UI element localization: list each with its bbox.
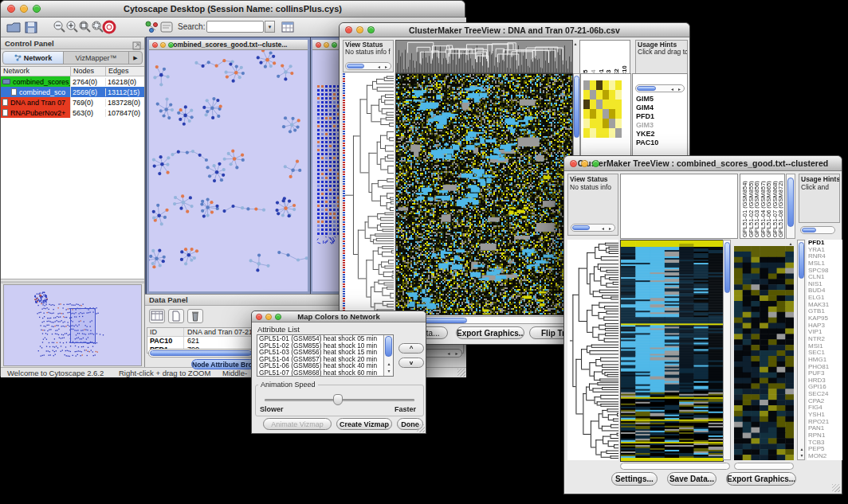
vizmap-shortcut-icon[interactable]: [144, 19, 160, 35]
tv2-column-label[interactable]: GPL51-08 (GSM872): [777, 175, 783, 237]
tv1-column-dendrogram[interactable]: [395, 40, 573, 73]
tv2-gene-scrollbar[interactable]: ▴ ▾: [797, 240, 805, 460]
resize-grip[interactable]: [417, 424, 425, 432]
tv2-heatmap-hscrollbar[interactable]: [620, 463, 730, 470]
select-attributes-icon[interactable]: [149, 309, 165, 323]
network-tree-row[interactable]: RNAPuberNov2+ 563(0) 107847(0): [1, 107, 144, 118]
tv2-column-tree-area[interactable]: [620, 174, 738, 239]
tv2-gene-item[interactable]: RPN1: [807, 432, 842, 440]
tv1-heatmap[interactable]: [395, 73, 573, 315]
tv2-gene-item[interactable]: PHO81: [807, 364, 842, 371]
zoom-window-button[interactable]: [168, 42, 174, 48]
tv2-gene-item[interactable]: SEC1: [807, 350, 842, 357]
col-header-nodes[interactable]: Nodes: [71, 67, 106, 76]
close-button[interactable]: [256, 314, 262, 320]
tv1-gene-scrollbar[interactable]: ◂ ▸: [635, 84, 685, 92]
resize-grip[interactable]: [457, 369, 465, 377]
scrollbar-thumb[interactable]: [150, 350, 252, 356]
tv2-column-label[interactable]: GPL51-03 (GSM856): [753, 175, 760, 237]
tv2-gene-item[interactable]: GTB1: [807, 308, 842, 315]
open-session-button[interactable]: [6, 19, 22, 35]
attribute-item[interactable]: GPL51-06 (GSM865) heat shock 40 min: [257, 362, 383, 369]
close-button[interactable]: [152, 42, 158, 48]
animate-vizmap-button[interactable]: Animate Vizmap: [263, 418, 332, 430]
tv2-gene-item[interactable]: PFD1: [807, 240, 842, 247]
tv1-export-graphics-button[interactable]: Export Graphics...: [456, 326, 524, 339]
tv2-gene-item[interactable]: RNR4: [807, 253, 842, 260]
minimize-button[interactable]: [324, 42, 329, 48]
attribute-item[interactable]: GPL51-04 (GSM857) heat shock 20 min: [257, 356, 383, 363]
tv2-gene-item[interactable]: MON2: [807, 453, 842, 460]
network1-canvas-graph-view[interactable]: [149, 50, 308, 291]
close-button[interactable]: [570, 160, 577, 167]
tv2-gene-item[interactable]: NIS1: [807, 281, 842, 288]
tv2-gene-item[interactable]: VIP1: [807, 329, 842, 336]
attribute-list-scrollbar[interactable]: ▴ ▾: [383, 335, 393, 376]
tv2-gene-item[interactable]: HMG1: [807, 357, 842, 364]
treeview1-titlebar[interactable]: ClusterMaker TreeView : DNA and Tran 07-…: [340, 23, 689, 37]
attribute-browser-icon[interactable]: [280, 19, 296, 35]
tv2-settings-button[interactable]: Settings...: [611, 472, 658, 486]
zoom-window-button[interactable]: [367, 26, 375, 33]
minimize-button[interactable]: [160, 42, 166, 48]
network-tree-row[interactable]: combined_sco 2569(6) 13112(15): [1, 87, 144, 97]
tv2-gene-item[interactable]: PEP5: [807, 446, 842, 453]
tv2-gene-item[interactable]: ELG1: [807, 295, 842, 302]
tv2-gene-item[interactable]: BUD4: [807, 287, 842, 295]
speed-slider-thumb[interactable]: [333, 394, 343, 405]
tab-vizmapper[interactable]: VizMapper™: [64, 52, 129, 64]
tv2-gene-item[interactable]: YSH1: [807, 412, 842, 419]
main-titlebar[interactable]: Cytoscape Desktop (Session Name: collins…: [1, 1, 465, 18]
col-header-network[interactable]: Network: [1, 67, 71, 76]
tv2-gene-item[interactable]: GPI16: [807, 384, 842, 391]
tv2-gene-item[interactable]: PAN1: [807, 425, 842, 432]
tv2-gene-item[interactable]: YRA1: [807, 247, 842, 254]
col-header-edges[interactable]: Edges: [106, 67, 144, 76]
tv1-gene-item[interactable]: PFD1: [634, 112, 685, 121]
network-tree-row[interactable]: combined_scores_ 2764(0) 16218(0): [1, 76, 144, 87]
treeview2-titlebar[interactable]: ClusterMaker TreeView : combined_scores_…: [564, 156, 842, 171]
tv1-gene-item[interactable]: PAC10: [634, 139, 685, 147]
attribute-item[interactable]: GPL51-03 (GSM856) heat shock 15 min: [257, 349, 383, 356]
close-button[interactable]: [345, 26, 352, 33]
search-dropdown-arrow[interactable]: ▾: [265, 21, 275, 33]
tv1-gene-item[interactable]: GIM4: [634, 104, 685, 112]
birdseye-view[interactable]: [3, 284, 142, 366]
save-session-button[interactable]: [23, 19, 39, 35]
zoom-window-button[interactable]: [592, 160, 599, 167]
tv2-heatmap[interactable]: [620, 240, 724, 462]
tv2-gene-item[interactable]: SPC98: [807, 268, 842, 275]
delete-attribute-trash-icon[interactable]: [187, 309, 203, 323]
tv2-gene-item[interactable]: MAK31: [807, 302, 842, 309]
tv1-mini-matrix[interactable]: [583, 80, 622, 138]
tv2-gene-item[interactable]: PUF3: [807, 370, 842, 377]
tv2-column-label[interactable]: GPL51-01 (GSM854): [741, 175, 748, 237]
attribute-item[interactable]: GPL51-02 (GSM855) heat shock 10 min: [257, 342, 383, 350]
tv2-gene-item[interactable]: NTR2: [807, 336, 842, 343]
resize-grip[interactable]: [832, 484, 840, 492]
search-input[interactable]: [206, 21, 264, 33]
tv2-row-dendrogram[interactable]: [567, 240, 618, 460]
tv2-summary-hscrollbar[interactable]: [734, 463, 794, 470]
minimize-button[interactable]: [265, 314, 272, 320]
create-vizmap-button[interactable]: Create Vizmap: [336, 418, 392, 430]
tv1-row-dendrogram[interactable]: [343, 73, 394, 314]
zoom-window-button[interactable]: [332, 42, 337, 48]
close-button[interactable]: [316, 42, 321, 48]
tv2-save-data-button[interactable]: Save Data...: [667, 472, 716, 486]
tv1-gene-item[interactable]: YKE2: [634, 130, 685, 139]
network-table-header[interactable]: Network Nodes Edges: [1, 67, 144, 76]
network-tree-row[interactable]: DNA and Tran 07 769(0) 183728(0): [1, 97, 144, 107]
move-up-button[interactable]: ^: [398, 343, 424, 354]
tv1-gene-item[interactable]: GIM5: [634, 95, 685, 104]
attribute-item[interactable]: GPL51-01 (GSM854) heat shock 05 min: [257, 335, 383, 342]
tv2-gene-item[interactable]: SEC24: [807, 391, 842, 398]
tv2-gene-item[interactable]: HAP3: [807, 322, 842, 330]
tv2-gene-item[interactable]: RPO21: [807, 419, 842, 426]
tv2-collabel-scrollbar[interactable]: [786, 174, 795, 239]
tv2-heatmap-vscrollbar[interactable]: [723, 240, 731, 460]
new-attribute-icon[interactable]: [168, 309, 184, 323]
tv2-gene-item[interactable]: MSL1: [807, 260, 842, 268]
tv2-gene-item[interactable]: TCB3: [807, 440, 842, 447]
tv1-gene-item[interactable]: GIM3: [634, 121, 685, 130]
